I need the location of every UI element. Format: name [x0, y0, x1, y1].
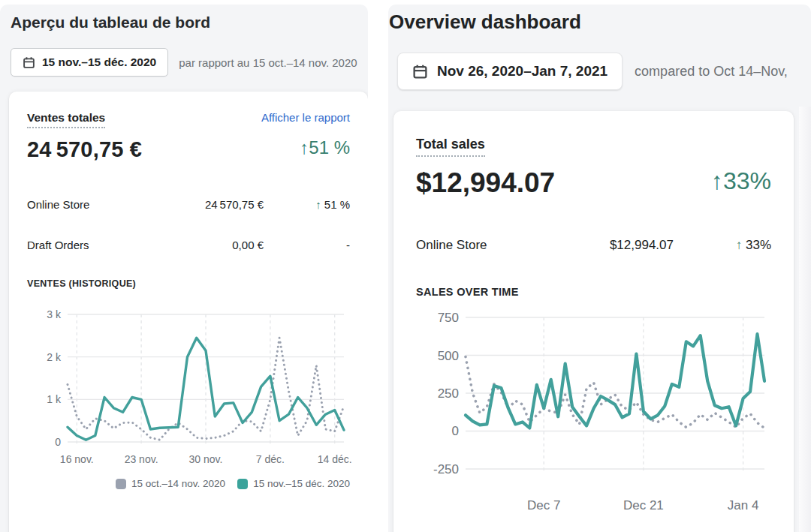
channel-value: 0,00 € — [151, 239, 264, 251]
view-report-link[interactable]: Afficher le rapport — [261, 111, 350, 124]
svg-text:Jan 4: Jan 4 — [728, 498, 759, 512]
svg-text:14 déc.: 14 déc. — [318, 453, 352, 465]
total-sales-value: $12,994.07 — [416, 167, 555, 199]
legend-item-current-period: 15 nov.–15 déc. 2020 — [237, 478, 350, 489]
svg-text:750: 750 — [438, 311, 459, 325]
total-sales-card: Ventes totales Afficher le rapport 24 57… — [9, 92, 368, 532]
page-title: Overview dashboard — [389, 11, 581, 34]
legend-swatch-current — [237, 479, 248, 489]
svg-text:-250: -250 — [433, 462, 459, 476]
date-filter-row: 15 nov.–15 déc. 2020 par rapport au 15 o… — [11, 48, 357, 77]
date-filter-row: Nov 26, 2020–Jan 7, 2021 compared to Oct… — [397, 53, 811, 90]
svg-text:16 nov.: 16 nov. — [60, 453, 94, 465]
chart-legend: 15 oct.–14 nov. 2020 15 nov.–15 déc. 202… — [27, 478, 350, 489]
channel-label: Online Store — [27, 198, 151, 211]
delta-up-arrow: ↑ — [736, 238, 746, 252]
date-range-label: 15 nov.–15 déc. 2020 — [42, 56, 156, 69]
channel-label: Online Store — [416, 238, 553, 253]
svg-text:Dec 21: Dec 21 — [623, 498, 664, 512]
delta-up-arrow: ↑ — [315, 198, 324, 211]
calendar-icon — [412, 64, 428, 80]
date-range-button[interactable]: Nov 26, 2020–Jan 7, 2021 — [397, 53, 623, 90]
svg-text:2 k: 2 k — [47, 351, 62, 363]
channel-label: Draft Orders — [27, 239, 151, 251]
sales-history-chart: 16 nov.23 nov.30 nov.7 déc.14 déc.3 k2 k… — [27, 307, 354, 467]
channel-row-online-store: Online Store 24 570,75 € ↑ 51 % — [27, 198, 350, 211]
svg-text:0: 0 — [452, 424, 459, 438]
total-sales-card: Total sales $12,994.07 ↑33% Online Store… — [393, 111, 794, 532]
svg-text:7 déc.: 7 déc. — [256, 453, 285, 465]
comparison-period-text: compared to Oct 14–Nov, — [635, 64, 788, 80]
channel-delta: - — [346, 239, 350, 251]
page-title: Aperçu du tableau de bord — [11, 14, 210, 32]
svg-text:23 nov.: 23 nov. — [125, 453, 158, 465]
total-sales-delta: ↑51 % — [300, 137, 350, 158]
comparison-period-text: par rapport au 15 oct.–14 nov. 2020 — [179, 56, 357, 69]
date-range-label: Nov 26, 2020–Jan 7, 2021 — [437, 63, 607, 80]
channel-delta: 33% — [746, 238, 771, 252]
metric-label[interactable]: Ventes totales — [27, 111, 105, 128]
legend-swatch-previous — [116, 479, 126, 489]
scrollbar-track[interactable] — [799, 107, 811, 532]
channel-value: 24 570,75 € — [151, 198, 264, 211]
svg-text:500: 500 — [438, 349, 459, 363]
screenshot-canvas: Aperçu du tableau de bord 15 nov.–15 déc… — [0, 0, 811, 532]
svg-text:Dec 7: Dec 7 — [527, 498, 560, 512]
total-sales-delta: ↑33% — [711, 167, 771, 195]
chart-heading: SALES OVER TIME — [416, 286, 771, 298]
chart-heading: VENTES (HISTORIQUE) — [27, 278, 350, 289]
calendar-icon — [23, 56, 35, 69]
svg-text:250: 250 — [438, 386, 459, 401]
svg-text:3 k: 3 k — [47, 308, 62, 320]
channel-value: $12,994.07 — [553, 238, 674, 253]
channel-delta: 51 % — [324, 198, 350, 211]
channel-row-online-store: Online Store $12,994.07 ↑ 33% — [416, 238, 771, 253]
svg-text:0: 0 — [55, 436, 61, 448]
legend-label-previous: 15 oct.–14 nov. 2020 — [131, 478, 225, 489]
svg-text:30 nov.: 30 nov. — [189, 453, 223, 465]
metric-label[interactable]: Total sales — [416, 137, 485, 157]
dashboard-panel-english: Overview dashboard Nov 26, 2020–Jan 7, 2… — [388, 5, 811, 532]
legend-label-current: 15 nov.–15 déc. 2020 — [253, 478, 350, 489]
legend-item-previous-period: 15 oct.–14 nov. 2020 — [116, 478, 225, 489]
svg-text:1 k: 1 k — [47, 393, 62, 405]
dashboard-panel-french: Aperçu du tableau de bord 15 nov.–15 déc… — [0, 5, 368, 532]
total-sales-value: 24 570,75 € — [27, 137, 142, 162]
date-range-button[interactable]: 15 nov.–15 déc. 2020 — [11, 48, 168, 77]
channel-row-draft-orders: Draft Orders 0,00 € - — [27, 239, 350, 251]
sales-over-time-chart: Dec 7Dec 21Jan 47505002500-250 — [416, 305, 788, 514]
